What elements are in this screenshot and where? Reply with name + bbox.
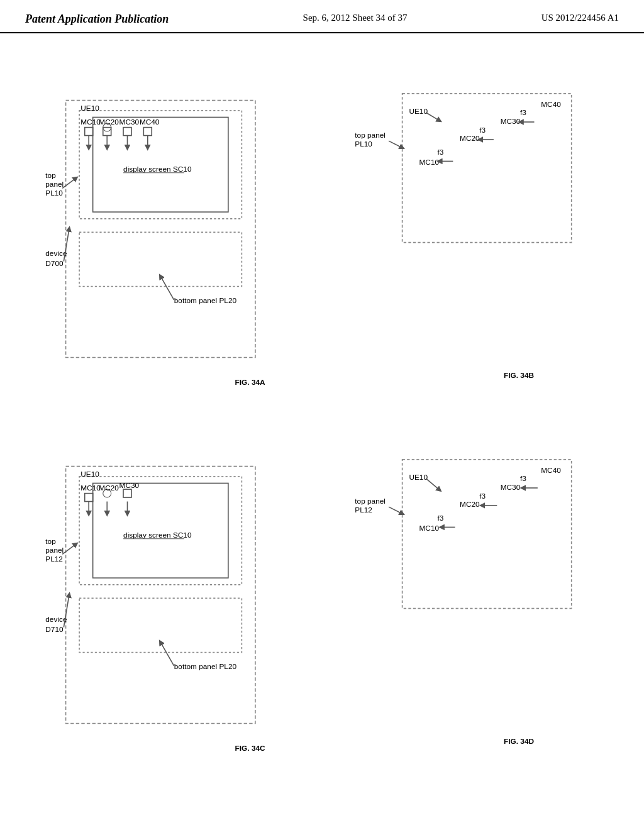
diagrams-grid: display screen SC10 MC10 MC20 MC30 (25, 58, 619, 750)
svg-rect-27 (85, 494, 93, 502)
device-d710-label: device (45, 615, 67, 624)
top-panel-pl10-label-b2: PL10 (355, 140, 372, 148)
main-content: display screen SC10 MC10 MC20 MC30 (0, 33, 644, 813)
mc30-label-34a: MC30 (119, 118, 140, 126)
svg-rect-9 (123, 128, 131, 136)
svg-rect-37 (402, 460, 572, 609)
device-d700-label: device (45, 249, 67, 258)
fig34a-label: FIG. 34A (235, 378, 265, 387)
svg-line-18 (426, 113, 440, 121)
fig34b-label: FIG. 34B (504, 371, 534, 380)
f3-label-34b-3: f3 (520, 108, 526, 117)
mc10-label-34a: MC10 (80, 118, 101, 126)
svg-line-38 (426, 479, 440, 490)
fig34d-label: FIG. 34D (504, 737, 534, 746)
fig34a-cell: display screen SC10 MC10 MC20 MC30 (25, 58, 309, 399)
mc10-label-34d: MC10 (419, 524, 440, 533)
svg-rect-23 (66, 467, 255, 724)
svg-rect-31 (123, 489, 131, 497)
publication-title: Patent Application Publication (25, 13, 169, 26)
ue10-label-34d: UE10 (409, 473, 428, 482)
mc20-label-34a: MC20 (99, 118, 119, 126)
top-panel-pl12-label3: PL12 (45, 555, 63, 563)
page-header: Patent Application Publication Sep. 6, 2… (0, 0, 644, 33)
fig34d-cell: UE10 MC40 MC30 f3 MC20 f3 MC10 f3 top pa… (335, 424, 619, 765)
ue10-label-34c: UE10 (80, 470, 99, 479)
svg-rect-33 (79, 599, 242, 653)
fig34a-svg: display screen SC10 MC10 MC20 MC30 (25, 58, 309, 399)
fig34c-svg: display screen SC10 MC10 MC20 MC30 UE10 (25, 424, 309, 765)
top-panel-pl10-label: top (45, 171, 56, 180)
top-panel-pl10-label3: PL10 (45, 189, 63, 197)
f3-label-34d-1: f3 (438, 514, 444, 523)
f3-label-34b-1: f3 (438, 148, 444, 157)
fig34d-svg: UE10 MC40 MC30 f3 MC20 f3 MC10 f3 top pa… (335, 424, 619, 765)
ue10-label-34b: UE10 (409, 107, 428, 116)
top-panel-pl10-label-b: top panel (355, 131, 386, 140)
f3-label-34d-2: f3 (479, 492, 486, 501)
patent-number: US 2012/224456 A1 (541, 13, 619, 23)
svg-rect-11 (143, 128, 152, 136)
fig34c-cell: display screen SC10 MC10 MC20 MC30 UE10 (25, 424, 309, 765)
mc40-label-34d: MC40 (541, 466, 561, 475)
ue10-label-34a: UE10 (80, 104, 99, 113)
svg-rect-4 (85, 128, 93, 136)
svg-line-15 (62, 178, 76, 188)
device-d700-label2: D700 (45, 259, 64, 268)
mc40-label-34b: MC40 (541, 100, 561, 109)
mc20-label-34c: MC20 (99, 484, 119, 492)
top-panel-pl12-label2: panel (45, 546, 64, 555)
svg-line-35 (62, 544, 76, 554)
mc30-label-34d: MC30 (501, 483, 521, 492)
f3-label-34b-2: f3 (479, 126, 486, 135)
mc30-label-34b: MC30 (501, 117, 521, 126)
top-panel-pl10-label2: panel (45, 180, 64, 189)
top-panel-pl12-label: top (45, 537, 56, 546)
svg-rect-17 (402, 94, 572, 243)
bottom-panel-pl20-label-c: bottom panel PL20 (174, 663, 237, 672)
svg-line-42 (389, 507, 402, 514)
fig34c-label: FIG. 34C (235, 744, 265, 753)
f3-label-34d-3: f3 (520, 474, 526, 483)
top-panel-pl12-label-d: top panel (355, 497, 386, 506)
display-screen-label-34c: display screen SC10 (123, 531, 192, 540)
mc20-label-34d: MC20 (460, 500, 480, 509)
svg-rect-13 (79, 232, 242, 286)
top-panel-pl12-label-d2: PL12 (355, 506, 372, 514)
mc20-label-34b: MC20 (460, 134, 480, 143)
bottom-panel-pl20-label: bottom panel PL20 (174, 296, 237, 305)
svg-line-22 (389, 141, 402, 148)
mc40-label-34a: MC40 (140, 118, 160, 126)
fig34b-svg: UE10 MC10 f3 MC20 f3 MC30 f3 MC40 (335, 58, 619, 399)
svg-rect-0 (66, 101, 255, 358)
display-screen-label-34a: display screen SC10 (123, 165, 192, 174)
mc30-label-34c: MC30 (119, 481, 140, 490)
device-d710-label2: D710 (45, 625, 64, 634)
mc10-label-34b: MC10 (419, 158, 440, 167)
mc10-label-34c: MC10 (80, 484, 101, 492)
fig34b-cell: UE10 MC10 f3 MC20 f3 MC30 f3 MC40 (335, 58, 619, 399)
svg-line-16 (160, 276, 174, 300)
svg-line-36 (160, 642, 174, 666)
sheet-info: Sep. 6, 2012 Sheet 34 of 37 (303, 13, 408, 23)
